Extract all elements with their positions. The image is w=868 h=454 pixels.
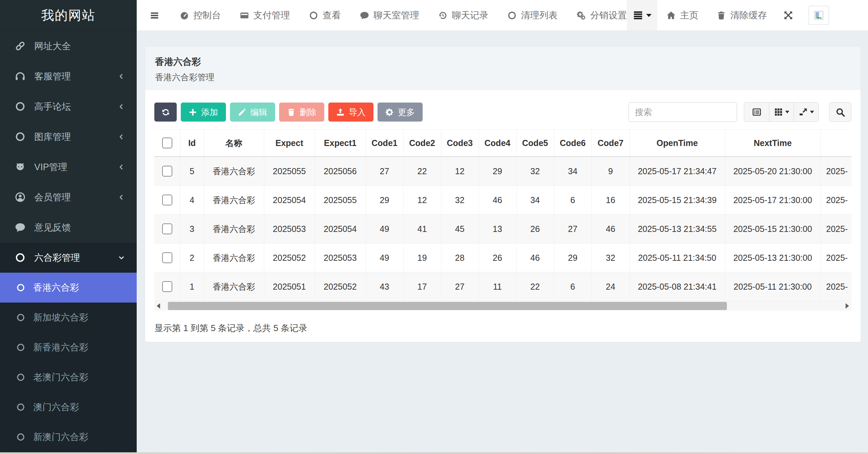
fullscreen-toggle[interactable] (776, 11, 801, 20)
column-header[interactable]: Expect (264, 130, 315, 157)
edit-button-label: 编辑 (250, 107, 267, 118)
refresh-icon (161, 108, 170, 116)
menu-dropdown-toggle[interactable] (627, 0, 657, 31)
sidebar-subitem[interactable]: 香港六合彩 (0, 273, 137, 303)
horizontal-scrollbar[interactable] (154, 301, 851, 311)
nav-item[interactable]: 聊天记录 (438, 9, 488, 21)
home-icon (667, 11, 676, 20)
avatar[interactable] (809, 6, 829, 25)
triangle-left-icon (157, 303, 160, 309)
scroll-left-arrow[interactable] (154, 303, 162, 309)
add-button-label: 添加 (201, 107, 218, 118)
column-header[interactable]: Code2 (403, 130, 441, 157)
columns-grid-icon (774, 108, 783, 116)
nav-item-home[interactable]: 主页 (657, 9, 708, 21)
table-cell: 43 (366, 272, 403, 301)
column-header[interactable]: Code6 (554, 130, 592, 157)
table-cell: 3 (180, 215, 204, 243)
sidebar-subitem[interactable]: 澳门六合彩 (0, 392, 137, 422)
column-header[interactable]: Code1 (366, 130, 403, 157)
sidebar-item[interactable]: 客服管理 (0, 61, 137, 91)
table-row: 1香港六合彩2025051202505243172711226242025-05… (154, 272, 851, 301)
row-checkbox[interactable] (162, 195, 172, 205)
table-cell: 29 (366, 186, 403, 215)
table-cell: 32 (592, 243, 630, 272)
table-cell: 24 (592, 272, 630, 301)
column-header[interactable]: Code4 (479, 130, 516, 157)
panel: 香港六合彩 香港六合彩管理 添加 编辑 (145, 47, 861, 342)
row-checkbox[interactable] (162, 223, 172, 234)
nav-item-label: 查看 (323, 9, 341, 21)
table-cell: 1 (180, 272, 204, 301)
more-button[interactable]: 更多 (378, 103, 423, 122)
select-all-checkbox[interactable] (162, 138, 172, 148)
detail-view-button[interactable] (744, 103, 769, 122)
table-cell: 2 (180, 243, 204, 272)
nav-item[interactable]: 控制台 (180, 9, 221, 21)
trash-icon (287, 108, 295, 116)
sidebar-item[interactable]: 高手论坛 (0, 91, 137, 122)
column-header[interactable]: Code3 (441, 130, 479, 157)
caret-down-icon (785, 111, 789, 113)
column-header[interactable]: OpenTime (630, 130, 725, 157)
column-header[interactable]: Id (180, 130, 204, 157)
nav-item-label: 支付管理 (253, 9, 290, 21)
sidebar-item[interactable]: 网址大全 (0, 31, 137, 61)
table-cell: 2025-05-17 21:30:00 (725, 186, 821, 215)
table-cell: 2025054 (264, 186, 315, 215)
sidebar-item[interactable]: 意见反馈 (0, 212, 137, 242)
sidebar-toggle[interactable] (137, 11, 172, 20)
nav-item[interactable]: 清理列表 (507, 9, 558, 21)
circle-icon (309, 11, 318, 20)
import-button[interactable]: 导入 (328, 103, 373, 122)
search-button[interactable] (829, 102, 851, 122)
sidebar-subitem[interactable]: 老澳门六合彩 (0, 362, 137, 392)
panel-body: 添加 编辑 删除 导入 (145, 90, 861, 334)
table-row: 2香港六合彩20250522025053491928264629322025-0… (154, 243, 851, 272)
nav-item[interactable]: 分销设置 (577, 9, 627, 21)
edit-button[interactable]: 编辑 (230, 103, 275, 122)
column-header[interactable]: 名称 (204, 130, 264, 157)
triangle-right-icon (846, 303, 849, 309)
nav-item-clear-cache[interactable]: 清除缓存 (708, 9, 776, 21)
dashboard-icon (180, 11, 189, 20)
columns-dropdown-button[interactable] (769, 103, 794, 122)
search-input[interactable] (629, 102, 737, 122)
row-checkbox[interactable] (162, 166, 172, 177)
row-checkbox[interactable] (162, 281, 172, 292)
nav-item[interactable]: 支付管理 (240, 9, 290, 21)
gear-icon (385, 108, 394, 116)
table-cell: 27 (554, 215, 592, 243)
sidebar-subitem[interactable]: 新香港六合彩 (0, 332, 137, 362)
scrollbar-track[interactable] (162, 301, 843, 311)
scroll-right-arrow[interactable] (843, 303, 851, 309)
delete-button[interactable]: 删除 (279, 103, 324, 122)
sidebar-item[interactable]: 会员管理 (0, 182, 137, 212)
table-cell: 27 (441, 272, 479, 301)
sidebar-item[interactable]: 六合彩管理 (0, 242, 137, 273)
sidebar-item[interactable]: VIP管理 (0, 152, 137, 182)
sidebar-subitem[interactable]: 新澳门六合彩 (0, 422, 137, 452)
export-dropdown-button[interactable] (794, 103, 818, 122)
column-header[interactable]: Code7 (592, 130, 630, 157)
row-checkbox[interactable] (162, 252, 172, 263)
add-button[interactable]: 添加 (181, 103, 226, 122)
column-header[interactable]: Code5 (516, 130, 554, 157)
circle-icon (16, 433, 25, 441)
table-row: 3香港六合彩20250532025054494145132627462025-0… (154, 215, 851, 243)
headphones-icon (15, 71, 25, 81)
refresh-button[interactable] (154, 103, 177, 122)
scrollbar-thumb[interactable] (168, 302, 727, 310)
search-icon (836, 108, 845, 117)
nav-item[interactable]: 查看 (309, 9, 341, 21)
sidebar-item[interactable]: 图库管理 (0, 122, 137, 152)
table-cell: 2025-05-15 21:30:00 (725, 215, 821, 243)
nav-item-label: 清除缓存 (730, 9, 767, 21)
sidebar-subitem[interactable]: 新加坡六合彩 (0, 303, 137, 332)
nav-item[interactable]: 聊天室管理 (360, 9, 419, 21)
sidebar-subitem-label: 新澳门六合彩 (33, 431, 88, 443)
table-cell: 49 (366, 215, 403, 243)
column-header[interactable]: Expect1 (315, 130, 366, 157)
table-cell: 6 (554, 186, 592, 215)
column-header[interactable]: NextTime (725, 130, 821, 157)
